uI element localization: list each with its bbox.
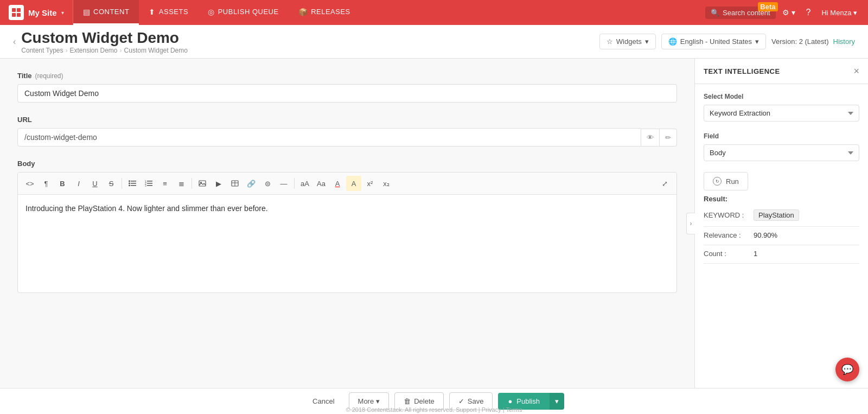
count-result-row: Count : 1	[704, 250, 859, 258]
history-link[interactable]: History	[833, 37, 855, 46]
toolbar-fullscreen-btn[interactable]: ⤢	[657, 176, 672, 191]
rich-text-editor: <> ¶ B I U S 123 ≡ ≣	[17, 172, 677, 293]
toolbar-align-left-btn[interactable]: ≡	[157, 176, 173, 191]
result-divider-3	[704, 263, 859, 264]
help-button[interactable]: ?	[802, 8, 815, 17]
toolbar-case-btn[interactable]: aA	[297, 176, 312, 191]
toolbar-link-btn[interactable]: 🔗	[244, 176, 259, 191]
toolbar-table-btn[interactable]	[227, 176, 242, 191]
url-field-group: URL 👁 ✏	[17, 116, 677, 147]
result-label: Result:	[704, 195, 859, 203]
result-section: Result: KEYWORD : PlayStation Relevance …	[704, 195, 859, 264]
toolbar-video-btn[interactable]: ▶	[211, 176, 226, 191]
svg-point-7	[129, 180, 130, 182]
breadcrumb: Content Types › Extension Demo › Custom …	[21, 47, 188, 54]
field-select[interactable]: Body Title	[704, 144, 859, 161]
nav-items: ▤ CONTENT ⬆ ASSETS ◎ PUBLISH QUEUE 📦 REL…	[73, 0, 706, 25]
toolbar-bold-btn[interactable]: B	[55, 176, 70, 191]
toolbar-strikethrough-btn[interactable]: S	[104, 176, 119, 191]
language-selector[interactable]: 🌐 English - United States ▾	[661, 34, 766, 49]
title-label-text: Title	[17, 72, 32, 80]
keyword-value: PlayStation	[754, 209, 799, 221]
breadcrumb-content-types[interactable]: Content Types	[21, 47, 63, 54]
widgets-button[interactable]: ☆ Widgets ▾	[599, 34, 656, 49]
url-edit-button[interactable]: ✏	[660, 129, 677, 147]
field-section: Field Body Title	[704, 132, 859, 161]
toolbar-font-btn[interactable]: Aa	[314, 176, 329, 191]
editor-content[interactable]: Introducing the PlayStation 4. Now light…	[18, 195, 676, 292]
svg-rect-2	[12, 13, 16, 17]
toolbar-subscript-btn[interactable]: x₂	[379, 176, 394, 191]
nav-item-publish-queue[interactable]: ◎ PUBLISH QUEUE	[198, 0, 288, 25]
toolbar-separator-2	[192, 178, 192, 189]
content-header: ‹ Custom Widget Demo Content Types › Ext…	[0, 25, 868, 59]
toolbar-font-color-btn[interactable]: A	[330, 176, 345, 191]
search-bar[interactable]: 🔍 Search content Beta	[705, 7, 775, 19]
nav-item-content[interactable]: ▤ CONTENT	[73, 0, 139, 25]
toolbar-image-btn[interactable]	[195, 176, 210, 191]
toolbar-separator-3	[294, 178, 295, 189]
lang-chevron-icon: ▾	[755, 37, 759, 46]
chat-button[interactable]: 💬	[835, 358, 859, 381]
model-select[interactable]: Keyword Extraction Sentiment Analysis En…	[704, 105, 859, 122]
url-input[interactable]	[17, 128, 641, 147]
title-input[interactable]	[17, 84, 677, 103]
chat-icon: 💬	[841, 364, 853, 375]
toolbar-align-right-btn[interactable]: ≣	[174, 176, 189, 191]
svg-rect-6	[131, 185, 136, 186]
result-divider-2	[704, 245, 859, 245]
text-intelligence-panel: › TEXT INTELLIGENCE × Select Model Keywo…	[694, 59, 868, 388]
toolbar-hr-btn[interactable]: —	[276, 176, 291, 191]
brand-logo-area[interactable]: My Site ▾	[0, 0, 73, 25]
relevance-value: 90.90%	[754, 231, 777, 239]
url-preview-button[interactable]: 👁	[641, 129, 660, 147]
nav-label-assets: ASSETS	[159, 8, 188, 16]
run-button[interactable]: ↻ Run	[704, 172, 748, 190]
relevance-label: Relevance :	[704, 231, 747, 239]
nav-label-releases: RELEASES	[311, 8, 350, 16]
user-menu[interactable]: Hi Menza ▾	[817, 9, 861, 17]
toolbar-paragraph-btn[interactable]: ¶	[39, 176, 54, 191]
toolbar-ol-btn[interactable]: 123	[141, 176, 156, 191]
widgets-chevron-icon: ▾	[645, 37, 649, 46]
panel-collapse-button[interactable]: ›	[686, 213, 695, 234]
result-divider-1	[704, 226, 859, 227]
relevance-result-row: Relevance : 90.90%	[704, 231, 859, 239]
select-model-section: Select Model Keyword Extraction Sentimen…	[704, 93, 859, 122]
nav-item-assets[interactable]: ⬆ ASSETS	[139, 0, 198, 25]
panel-title: TEXT INTELLIGENCE	[704, 67, 780, 75]
form-area: Title (required) URL 👁 ✏ Body	[0, 59, 694, 388]
panel-close-button[interactable]: ×	[853, 66, 859, 76]
globe-icon: 🌐	[668, 37, 677, 46]
toolbar-ul-btn[interactable]	[125, 176, 140, 191]
breadcrumb-section: ‹ Custom Widget Demo Content Types › Ext…	[13, 29, 188, 54]
settings-button[interactable]: ⚙ ▾	[778, 8, 800, 17]
body-text: Introducing the PlayStation 4. Now light…	[25, 202, 669, 214]
page-title: Custom Widget Demo	[21, 29, 188, 47]
toolbar-highlight-btn[interactable]: A	[346, 176, 361, 191]
version-section: Version: 2 (Latest) History	[771, 37, 855, 46]
toolbar-underline-btn[interactable]: U	[87, 176, 103, 191]
nav-item-releases[interactable]: 📦 RELEASES	[289, 0, 360, 25]
svg-rect-10	[147, 181, 152, 182]
gear-chevron-icon: ▾	[792, 8, 795, 17]
breadcrumb-extension-demo[interactable]: Extension Demo	[70, 47, 118, 54]
back-button[interactable]: ‹	[13, 37, 16, 47]
url-field-label: URL	[17, 116, 677, 124]
toolbar-italic-btn[interactable]: I	[71, 176, 86, 191]
toolbar-superscript-btn[interactable]: x²	[362, 176, 378, 191]
toolbar-align-btn[interactable]: ⊜	[260, 176, 275, 191]
user-chevron-icon: ▾	[853, 9, 857, 17]
svg-rect-12	[147, 185, 152, 186]
toolbar-code-btn[interactable]: <>	[22, 176, 37, 191]
svg-rect-3	[17, 13, 21, 17]
svg-rect-11	[147, 183, 152, 184]
content-nav-icon: ▤	[83, 8, 91, 16]
run-icon: ↻	[713, 177, 722, 186]
svg-rect-0	[12, 8, 16, 12]
breadcrumb-sep-1: ›	[66, 47, 68, 54]
assets-nav-icon: ⬆	[149, 8, 156, 16]
url-actions: 👁 ✏	[641, 129, 677, 147]
url-label-text: URL	[17, 116, 32, 124]
top-navigation: My Site ▾ ▤ CONTENT ⬆ ASSETS ◎ PUBLISH Q…	[0, 0, 868, 25]
